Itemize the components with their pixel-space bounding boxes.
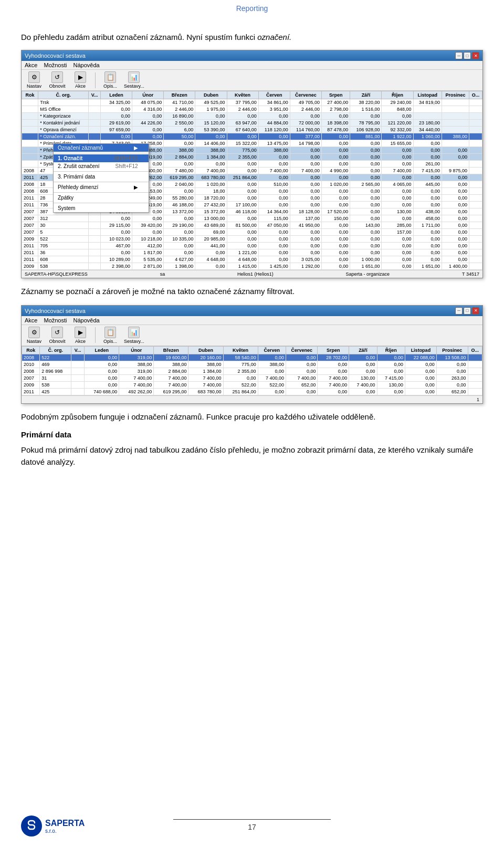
- table-cell: 522,00: [223, 381, 258, 388]
- win2-menu-akce[interactable]: Akce: [25, 317, 37, 323]
- footer-page-number: 17: [248, 823, 256, 831]
- ctx-system[interactable]: System: [54, 204, 149, 212]
- toolbar-obnovit[interactable]: ↺ Obnovit: [48, 71, 67, 89]
- win2-toolbar-nastav[interactable]: ⚙ Nastav: [25, 327, 44, 344]
- table-row: 20104690,00388,00388,00388,00775,00388,0…: [22, 361, 482, 368]
- logo-text-block: SAPERTA s.r.o.: [45, 819, 85, 834]
- win2-opis-icon: 📋: [104, 327, 116, 338]
- table-cell: 157,00: [382, 229, 413, 236]
- ctx-prehledydim[interactable]: Přehledy dimenzí ▶: [54, 183, 149, 191]
- win2-close-button[interactable]: ✕: [472, 307, 479, 315]
- table-cell: [469, 140, 482, 147]
- table-cell: 2011: [22, 388, 40, 395]
- ctx-zpatky[interactable]: Zpátky: [54, 194, 149, 202]
- table-cell: 0,00: [442, 154, 469, 161]
- table-cell: 1 000,00: [350, 256, 382, 263]
- table-cell: 2007: [22, 229, 38, 236]
- table-cell: 388,00: [188, 361, 223, 368]
- toolbar-sestavy[interactable]: 📊 Sestavy...: [124, 71, 144, 89]
- table-cell: Trsk: [38, 99, 89, 106]
- win2-minimize-button[interactable]: ─: [455, 307, 463, 315]
- table-cell: 285,00: [382, 222, 413, 229]
- win2-menu-napoveda[interactable]: Nápověda: [74, 317, 100, 323]
- minimize-button[interactable]: ─: [455, 52, 463, 59]
- w2-col-org: Č. org.: [40, 346, 71, 354]
- ctx-sep2: [54, 171, 149, 172]
- win2-toolbar-sestavy[interactable]: 📊 Sestavy...: [124, 327, 144, 344]
- table-cell: [89, 263, 101, 270]
- table-cell: 72 000,00: [290, 120, 321, 127]
- table-cell: 7 480,00: [164, 168, 195, 174]
- table-row: * Kontaktní jednání29 619,0044 226,002 5…: [22, 120, 482, 127]
- table-cell: 0,00: [258, 368, 286, 374]
- table-cell: 34 861,00: [258, 99, 290, 106]
- table-cell: 17 100,00: [227, 202, 258, 208]
- menu-akce[interactable]: Akce: [25, 62, 37, 68]
- table-cell: 0,00: [132, 127, 164, 133]
- table-cell: 87 478,00: [321, 127, 350, 133]
- table-cell: 0,00: [413, 140, 442, 147]
- toolbar-opis[interactable]: 📋 Opis...: [101, 71, 120, 89]
- table-cell: 2011: [22, 174, 38, 181]
- maximize-button[interactable]: □: [464, 52, 471, 59]
- table-cell: [469, 188, 482, 195]
- table-cell: 0,00: [350, 174, 382, 181]
- table-cell: 7 400,00: [154, 381, 188, 388]
- ctx-oznacit[interactable]: 1. Označit Shift+F11: [54, 154, 149, 162]
- table-cell: 0,00: [258, 154, 290, 161]
- table-cell: 0,00: [321, 236, 350, 243]
- table-cell: 0,00: [227, 236, 258, 243]
- table-cell: 2009: [22, 236, 38, 243]
- table-cell: 2 398,00: [100, 263, 132, 270]
- win2-toolbar-akce[interactable]: ▶ Akce: [71, 327, 90, 344]
- table-cell: [89, 249, 101, 256]
- table-cell: 0,00: [227, 168, 258, 174]
- table-cell: 2009: [22, 263, 38, 270]
- table-cell: 388,00: [119, 361, 154, 368]
- table-cell: 143,00: [350, 222, 382, 229]
- menu-napoveda[interactable]: Nápověda: [74, 62, 100, 68]
- win2-toolbar-opis[interactable]: 📋 Opis...: [101, 327, 120, 344]
- win2-toolbar: ⚙ Nastav ↺ Obnovit ▶ Akce 📋 Opis... 📊 Se…: [22, 325, 482, 346]
- win2-akce-icon: ▶: [75, 327, 86, 338]
- table-cell: [442, 106, 469, 113]
- table-row: 2011360,001 817,000,000,001 221,000,000,…: [22, 249, 482, 256]
- table-cell: 0,00: [164, 161, 195, 168]
- menu-moznosti[interactable]: Možnosti: [44, 62, 67, 68]
- table-cell: 848,00: [382, 106, 413, 113]
- win2-toolbar-obnovit[interactable]: ↺ Obnovit: [48, 327, 67, 344]
- table-cell: 7 400,00: [258, 168, 290, 174]
- table-cell: 0,00: [100, 215, 132, 222]
- table-cell: 652,00: [436, 388, 468, 395]
- table-cell: [469, 161, 482, 168]
- ctx-oznaceni[interactable]: Označení záznamů ▶: [54, 144, 149, 152]
- table-cell: [89, 243, 101, 249]
- table-cell: [89, 99, 101, 106]
- table-cell: [468, 368, 482, 374]
- table-cell: 14 798,00: [290, 140, 321, 147]
- table-cell: 18 398,00: [321, 120, 350, 127]
- table-cell: 0,00: [442, 147, 469, 154]
- table-cell: 114 760,00: [290, 127, 321, 133]
- table-cell: [468, 381, 482, 388]
- win2-maximize-button[interactable]: □: [464, 307, 471, 315]
- toolbar-nastav[interactable]: ⚙ Nastav: [25, 71, 44, 89]
- table-cell: 0,00: [85, 354, 119, 361]
- table-cell: 0,00: [227, 113, 258, 120]
- ctx-zrusit[interactable]: 2. Zrušit označení Shift+F12: [54, 162, 149, 170]
- table-cell: 1 516,00: [350, 106, 382, 113]
- ctx-primarni[interactable]: 3. Primární data: [54, 173, 149, 181]
- table-cell: [89, 113, 101, 120]
- table-cell: 0,00: [195, 161, 227, 168]
- table-cell: 652,00: [286, 381, 318, 388]
- close-button[interactable]: ✕: [472, 52, 479, 59]
- win2-menu-moznosti[interactable]: Možnosti: [44, 317, 67, 323]
- table-cell: 29 240,00: [382, 99, 413, 106]
- table-row: 201160810 289,005 535,004 627,004 648,00…: [22, 256, 482, 263]
- table-cell: 1 651,00: [413, 263, 442, 270]
- table-cell: 2010: [22, 361, 40, 368]
- win1-table-area: Rok Č. org. V... Leden Únor Březen Duben…: [22, 91, 482, 270]
- table-cell: [468, 388, 482, 395]
- toolbar-akce[interactable]: ▶ Akce: [71, 71, 90, 89]
- table-cell: 0,00: [164, 140, 195, 147]
